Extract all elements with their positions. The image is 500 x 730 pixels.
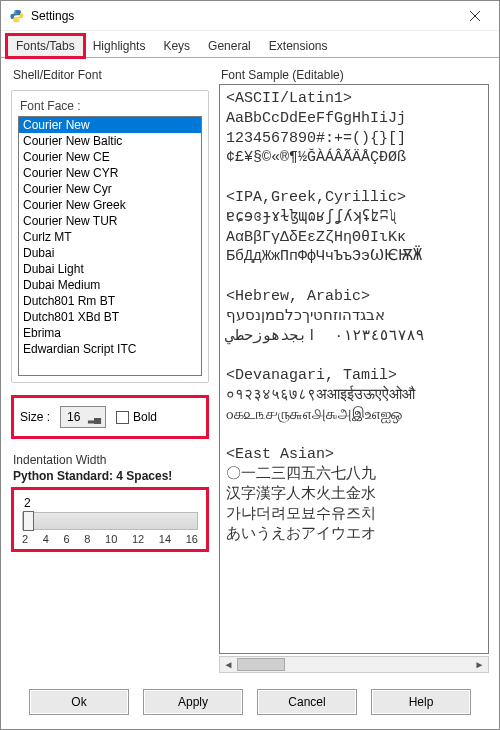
cancel-button[interactable]: Cancel (257, 689, 357, 715)
font-item[interactable]: Courier New TUR (19, 213, 201, 229)
sample-hscrollbar[interactable]: ◄ ► (219, 656, 489, 673)
tick-label: 16 (186, 533, 198, 545)
sample-line (226, 426, 486, 446)
sample-line: ɐɕɘɞɟɤɫɮɰɷʁʃʆʎʞʢʫʭʯ (226, 208, 486, 228)
scroll-right-icon: ► (471, 657, 488, 672)
tick-label: 8 (84, 533, 90, 545)
menubutton-handle-icon: ▂▄ (88, 412, 99, 423)
font-item[interactable]: Dubai Light (19, 261, 201, 277)
font-item[interactable]: Courier New CYR (19, 165, 201, 181)
size-value: 16 (67, 410, 80, 424)
tab-fonts[interactable]: Fonts/Tabs (7, 35, 84, 57)
font-item[interactable]: Dubai (19, 245, 201, 261)
checkbox-box-icon (116, 411, 129, 424)
sample-line (226, 168, 486, 188)
font-item[interactable]: Dubai Medium (19, 277, 201, 293)
help-button[interactable]: Help (371, 689, 471, 715)
font-item[interactable]: Edwardian Script ITC (19, 341, 201, 357)
titlebar: Settings (1, 1, 499, 31)
indent-slider-wrap: 2 246810121416 (11, 487, 209, 552)
sample-line: <Devanagari, Tamil> (226, 366, 486, 386)
tick-label: 10 (105, 533, 117, 545)
font-face-listbox[interactable]: Courier NewCourier New BalticCourier New… (18, 116, 202, 376)
tab-keys[interactable]: Keys (154, 35, 199, 57)
sample-line: 〇一二三四五六七八九 (226, 465, 486, 485)
sample-line: ΑαΒβΓγΔδΕεΖζΗηΘθΙιΚκ (226, 228, 486, 248)
scroll-left-icon: ◄ (220, 657, 237, 672)
sample-line: 汉字漢字人木火土金水 (226, 485, 486, 505)
content-area: Shell/Editor Font Font Face : Courier Ne… (1, 58, 499, 679)
sample-line: ٠١٢٣٤٥٦٧٨٩ ابجدهوزحطي (226, 327, 486, 347)
font-item[interactable]: Dutch801 XBd BT (19, 309, 201, 325)
bold-checkbox[interactable]: Bold (116, 410, 157, 424)
font-item[interactable]: Courier New Cyr (19, 181, 201, 197)
slider-thumb-icon (23, 511, 34, 531)
font-item[interactable]: Courier New (19, 117, 201, 133)
size-menubutton[interactable]: 16 ▂▄ (60, 406, 106, 428)
size-bold-row: Size : 16 ▂▄ Bold (11, 395, 209, 439)
tab-highlights[interactable]: Highlights (84, 35, 155, 57)
sample-line: БбДдЖжПпФфЧчЪъЭэѠѤѬӜ (226, 247, 486, 267)
size-label: Size : (20, 410, 50, 424)
sample-line: <ASCII/Latin1> (226, 89, 486, 109)
left-panel: Shell/Editor Font Font Face : Courier Ne… (11, 68, 209, 673)
indent-subtitle: Python Standard: 4 Spaces! (13, 469, 209, 483)
indent-tick-labels: 246810121416 (22, 533, 198, 545)
font-sample-textarea[interactable]: <ASCII/Latin1>AaBbCcDdEeFfGgHhIiJj123456… (219, 84, 489, 654)
sample-line: 가냐더려모뵤수유즈치 (226, 505, 486, 525)
font-face-group: Font Face : Courier NewCourier New Balti… (11, 90, 209, 383)
tick-label: 6 (64, 533, 70, 545)
tab-general[interactable]: General (199, 35, 260, 57)
font-item[interactable]: Curlz MT (19, 229, 201, 245)
sample-line: <East Asian> (226, 445, 486, 465)
tick-label: 12 (132, 533, 144, 545)
sample-line: 1234567890#:+=(){}[] (226, 129, 486, 149)
tick-label: 14 (159, 533, 171, 545)
tab-bar: Fonts/Tabs Highlights Keys General Exten… (1, 31, 499, 58)
indent-width-label: Indentation Width (11, 453, 209, 467)
scroll-thumb-icon (237, 658, 285, 671)
indent-current-value: 2 (24, 496, 198, 510)
dialog-button-row: Ok Apply Cancel Help (1, 679, 499, 729)
window-title: Settings (31, 9, 452, 23)
sample-line: あいうえおアイウエオ (226, 525, 486, 545)
tick-label: 4 (43, 533, 49, 545)
bold-label: Bold (133, 410, 157, 424)
indent-slider[interactable] (22, 512, 198, 530)
sample-line (226, 346, 486, 366)
sample-line: אבגדהוזחטיךכלםמןנסעף (226, 307, 486, 327)
font-item[interactable]: Courier New Baltic (19, 133, 201, 149)
sample-line: <IPA,Greek,Cyrillic> (226, 188, 486, 208)
ok-button[interactable]: Ok (29, 689, 129, 715)
font-item[interactable]: Courier New Greek (19, 197, 201, 213)
font-face-label: Font Face : (20, 99, 202, 113)
tab-extensions[interactable]: Extensions (260, 35, 337, 57)
sample-line: AaBbCcDdEeFfGgHhIiJj (226, 109, 486, 129)
sample-line: ०१२३४५६७८९अआइईउऊएऐओऔ (226, 386, 486, 406)
sample-line: ௦௧௨௩௪௫௬௭௮௯அஇஉஎஐஒ (226, 406, 486, 426)
font-item[interactable]: Ebrima (19, 325, 201, 341)
sample-line: <Hebrew, Arabic> (226, 287, 486, 307)
shell-editor-font-label: Shell/Editor Font (11, 68, 209, 82)
apply-button[interactable]: Apply (143, 689, 243, 715)
tick-label: 2 (22, 533, 28, 545)
font-sample-label: Font Sample (Editable) (219, 68, 489, 82)
close-button[interactable] (452, 2, 497, 30)
font-item[interactable]: Dutch801 Rm BT (19, 293, 201, 309)
sample-line (226, 544, 486, 564)
sample-line: ¢£¥§©«®¶½ĞÀÁÂÃÄÅÇÐØß (226, 148, 486, 168)
sample-line (226, 267, 486, 287)
indent-group: Indentation Width Python Standard: 4 Spa… (11, 453, 209, 552)
settings-window: Settings Fonts/Tabs Highlights Keys Gene… (0, 0, 500, 730)
font-item[interactable]: Courier New CE (19, 149, 201, 165)
python-app-icon (9, 8, 25, 24)
right-panel: Font Sample (Editable) <ASCII/Latin1>AaB… (219, 68, 489, 673)
